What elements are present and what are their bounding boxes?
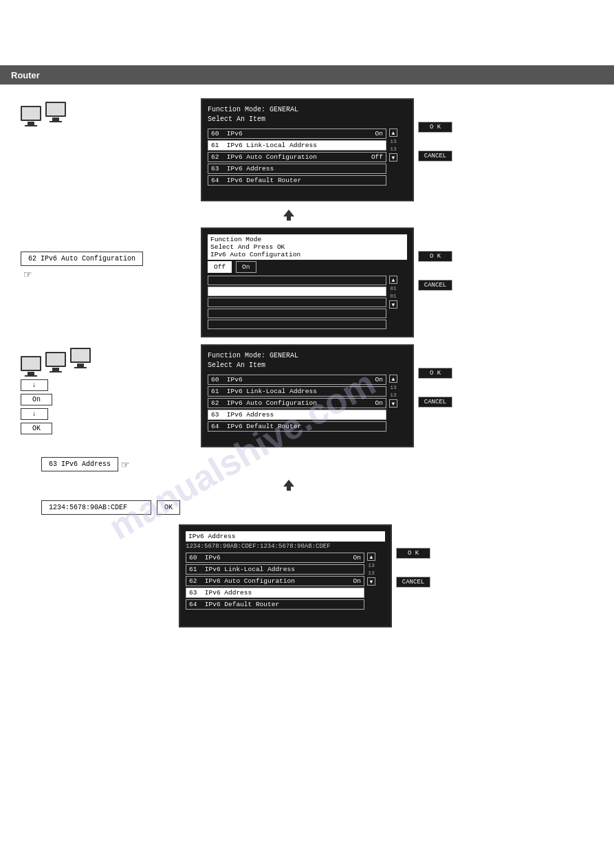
screen-panel-1: Function Mode: GENERAL Select An Item 60… <box>201 98 414 201</box>
scroll-num-top-5: 13 <box>368 562 375 568</box>
empty-box-2-3 <box>208 309 386 318</box>
select-off-2[interactable]: Off <box>208 261 232 273</box>
item-lbl-3-0: 60 IPv6 <box>211 376 243 383</box>
panel5-addr-value: 1234:5678:90AB:CDEF:1234:5678:90AB:CDEF <box>186 543 385 550</box>
item-box-1-0: 60 IPv6 On <box>208 129 386 139</box>
ok-button-2[interactable]: O K <box>418 251 452 262</box>
item-val-5-2: On <box>353 577 361 585</box>
steps-group-3: ↓ On ↓ OK <box>21 379 52 434</box>
item-num-1-3: 63 IPv6 Address <box>211 165 274 173</box>
panel3-with-scroll: 60 IPv6 On 61 IPv6 Link-Local Address <box>208 375 407 433</box>
menu-item-1-1: 61 IPv6 Link-Local Address <box>208 140 386 151</box>
step-box-1[interactable]: 62 IPv6 Auto Configuration <box>21 252 143 266</box>
monitor-icon-3a <box>21 356 41 377</box>
empty-box-2-2 <box>208 298 386 307</box>
item-box-1-3: 63 IPv6 Address <box>208 164 386 174</box>
item-box-5-1: 61 IPv6 Link-Local Address <box>186 564 364 575</box>
empty-row-2-3 <box>208 309 386 318</box>
cursor-hand-2: ☞ <box>121 459 130 470</box>
section3-left: ↓ On ↓ OK <box>21 344 179 434</box>
screen-panel-2-outer: Function Mode Select And Press OK IPv6 A… <box>201 227 452 337</box>
scroll-num-top-3: 13 <box>390 384 397 390</box>
menu-item-5-0: 60 IPv6 On <box>186 553 364 563</box>
menu-item-3-1: 61 IPv6 Link-Local Address <box>208 386 386 397</box>
empty-row-2-1 <box>208 287 386 296</box>
empty-box-2-4 <box>208 320 386 329</box>
panel2-h3: IPv6 Auto Configuration <box>210 251 404 258</box>
panel5-with-scroll: 60 IPv6 On 61 IPv6 Link-Local Address <box>186 553 385 611</box>
scrollbar-2: ▲ 01 01 ▼ <box>389 276 397 331</box>
monitor-screen-1 <box>21 106 41 121</box>
step-on-3: On <box>21 394 52 405</box>
menu-item-1-0: 60 IPv6 On <box>208 129 386 139</box>
panel5-addr-header: IPv6 Address <box>186 531 385 542</box>
select-on-2[interactable]: On <box>236 261 256 273</box>
scroll-down-1[interactable]: ▼ <box>389 153 397 162</box>
section2-left: 62 IPv6 Auto Configuration ☞ <box>21 227 179 280</box>
section5-row: IPv6 Address 1234:5678:90AB:CDEF:1234:56… <box>179 524 593 627</box>
step-ok-3: OK <box>21 423 52 434</box>
item-box-3-3: 63 IPv6 Address <box>208 410 386 420</box>
scroll-num-bot-3: 13 <box>390 392 397 398</box>
empty-row-2-2 <box>208 298 386 307</box>
scroll-down-5[interactable]: ▼ <box>367 577 375 586</box>
menu-items-5: 60 IPv6 On 61 IPv6 Link-Local Address <box>186 553 364 611</box>
cancel-button-3[interactable]: CANCEL <box>418 397 452 408</box>
ok-button-5[interactable]: O K <box>396 548 430 559</box>
item-lbl-3-4: 64 IPv6 Default Router <box>211 423 301 430</box>
monitor-base-3a <box>25 375 37 377</box>
item-lbl-5-1: 61 IPv6 Link-Local Address <box>189 566 295 573</box>
item-val-3-0: On <box>375 376 383 383</box>
scroll-up-5[interactable]: ▲ <box>367 553 375 561</box>
monitor-base-2 <box>50 121 62 122</box>
scroll-up-2[interactable]: ▲ <box>389 276 397 284</box>
ipv6-addr-input[interactable]: 1234:5678:90AB:CDEF <box>41 500 151 515</box>
menu-items-1: 60 IPv6 On 61 IPv6 Link-Local Address <box>208 129 386 187</box>
empty-box-2-0 <box>208 276 386 285</box>
item-num-1-1: 61 IPv6 Link-Local Address <box>211 142 317 149</box>
cancel-button-5[interactable]: CANCEL <box>396 577 430 588</box>
monitor-screen-3a <box>21 356 41 371</box>
cursor-hand-1: ☞ <box>23 269 32 280</box>
panel-header-3: Function Mode: GENERAL Select An Item <box>208 351 407 370</box>
cancel-button-2[interactable]: CANCEL <box>418 280 452 291</box>
inline-boxes-row: 1234:5678:90AB:CDEF OK <box>41 498 593 518</box>
item-val-3-2: On <box>375 399 383 407</box>
monitor-screen-3c <box>70 348 91 363</box>
ok-button-3[interactable]: O K <box>418 368 452 379</box>
ok-button-1[interactable]: O K <box>418 122 452 133</box>
item-lbl-5-0: 60 IPv6 <box>189 554 221 561</box>
menu-item-1-3: 63 IPv6 Address <box>208 164 386 174</box>
cancel-button-1[interactable]: CANCEL <box>418 151 452 162</box>
scroll-num-bot-2: 01 <box>390 293 397 299</box>
item-lbl-5-2: 62 IPv6 Auto Configuration <box>189 577 295 585</box>
scroll-num-bot-5: 13 <box>368 570 375 576</box>
scroll-up-1[interactable]: ▲ <box>389 129 397 137</box>
step-box-2[interactable]: 63 IPv6 Address <box>41 457 118 471</box>
screen-panel-3-outer: Function Mode: GENERAL Select An Item 60… <box>201 344 452 447</box>
svg-marker-1 <box>283 480 294 491</box>
scroll-down-3[interactable]: ▼ <box>389 399 397 408</box>
scroll-up-3[interactable]: ▲ <box>389 375 397 383</box>
scroll-down-2[interactable]: ▼ <box>389 300 397 309</box>
menu-item-5-4: 64 IPv6 Default Router <box>186 599 364 610</box>
item-val-5-0: On <box>353 554 361 561</box>
empty-row-2-0 <box>208 276 386 285</box>
item-box-5-4: 64 IPv6 Default Router <box>186 599 364 610</box>
monitor-base-3b <box>50 371 62 372</box>
ok-inline[interactable]: OK <box>157 500 180 515</box>
monitor-icon-3b <box>45 352 66 372</box>
item-lbl-5-3: 63 IPv6 Address <box>189 589 252 597</box>
screen-panel-2: Function Mode Select And Press OK IPv6 A… <box>201 227 414 337</box>
header-title: Router <box>11 70 40 80</box>
panel-buttons-3: O K CANCEL <box>418 344 452 408</box>
monitor-screen-2 <box>45 102 66 117</box>
item-val-1-2: Off <box>371 153 383 161</box>
panel2-header-inv: Function Mode Select And Press OK IPv6 A… <box>208 234 407 260</box>
empty-row-2-4 <box>208 320 386 329</box>
menu-item-3-2: 62 IPv6 Auto Configuration On <box>208 398 386 408</box>
empty-box-2-1 <box>208 287 386 296</box>
item-lbl-3-2: 62 IPv6 Auto Configuration <box>211 399 317 407</box>
item-box-1-1: 61 IPv6 Link-Local Address <box>208 140 386 151</box>
menu-item-1-4: 64 IPv6 Default Router <box>208 175 386 186</box>
